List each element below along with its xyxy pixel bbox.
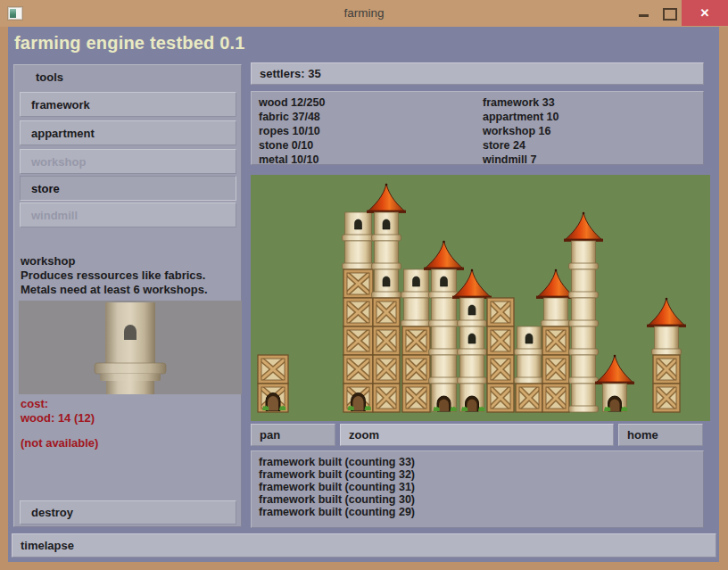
log-line: framework built (counting 31) (259, 481, 703, 493)
building-count-line: windmill 7 (483, 153, 558, 167)
cost-label: cost: (21, 397, 98, 411)
building-preview (19, 301, 242, 394)
resources-panel: wood 12/250fabric 37/48ropes 10/10stone … (251, 91, 704, 165)
stock-line: wood 12/250 (259, 95, 325, 110)
zoom-button[interactable]: zoom (340, 424, 614, 446)
client-area: farming engine testbed 0.1 tools framewo… (8, 27, 719, 562)
cost-info: cost: wood: 14 (12) (not available) (21, 397, 98, 450)
log-line: framework built (counting 30) (259, 493, 703, 506)
stock-line: metal 10/10 (259, 153, 325, 167)
game-scene (251, 175, 710, 421)
tool-button-appartment[interactable]: appartment (20, 120, 236, 145)
building-count-line: store 24 (483, 138, 558, 153)
settlers-status: settlers: 35 (251, 62, 704, 85)
destroy-button[interactable]: destroy (20, 500, 236, 525)
selection-description: workshop Produces ressources like fabric… (21, 254, 208, 297)
timelapse-button[interactable]: timelapse (12, 533, 716, 558)
selection-desc-line: Metals need at least 6 workshops. (21, 283, 208, 297)
maximize-button[interactable] (657, 0, 680, 26)
building-count-line: framework 33 (483, 95, 558, 110)
building-count-line: workshop 16 (483, 124, 558, 138)
cost-wood-line: wood: 14 (12) (21, 411, 98, 425)
tools-panel: tools frameworkappartmentworkshopstorewi… (13, 64, 242, 527)
tool-button-framework[interactable]: framework (20, 92, 236, 117)
tool-button-workshop[interactable]: workshop (20, 149, 236, 174)
page-title: farming engine testbed 0.1 (14, 33, 245, 54)
titlebar[interactable]: farming ✕ (0, 0, 728, 27)
tool-button-windmill[interactable]: windmill (20, 202, 236, 227)
cost-availability: (not available) (21, 436, 98, 450)
game-viewport[interactable] (251, 175, 710, 421)
stock-line: fabric 37/48 (259, 110, 325, 124)
log-line: framework built (counting 32) (259, 468, 703, 481)
home-button[interactable]: home (618, 424, 703, 446)
pan-button[interactable]: pan (251, 424, 335, 446)
log-line: framework built (counting 29) (259, 506, 703, 518)
log-line: framework built (counting 33) (259, 456, 703, 468)
building-count-list: framework 33appartment 10workshop 16stor… (483, 95, 558, 167)
selection-name: workshop (21, 254, 208, 268)
stock-line: ropes 10/10 (259, 124, 325, 138)
stock-line: stone 0/10 (259, 138, 325, 153)
app-window: farming ✕ farming engine testbed 0.1 too… (0, 0, 728, 570)
window-title: farming (0, 0, 728, 27)
close-button[interactable]: ✕ (682, 0, 728, 26)
building-count-line: appartment 10 (483, 110, 558, 124)
stock-list: wood 12/250fabric 37/48ropes 10/10stone … (259, 95, 325, 167)
selection-desc-line: Produces ressources like fabrics. (21, 268, 208, 283)
tools-panel-title: tools (36, 70, 63, 84)
event-log: framework built (counting 33)framework b… (251, 450, 704, 528)
workshop-preview-image (19, 301, 242, 394)
tool-button-store[interactable]: store (20, 176, 236, 201)
minimize-button[interactable] (632, 0, 655, 26)
